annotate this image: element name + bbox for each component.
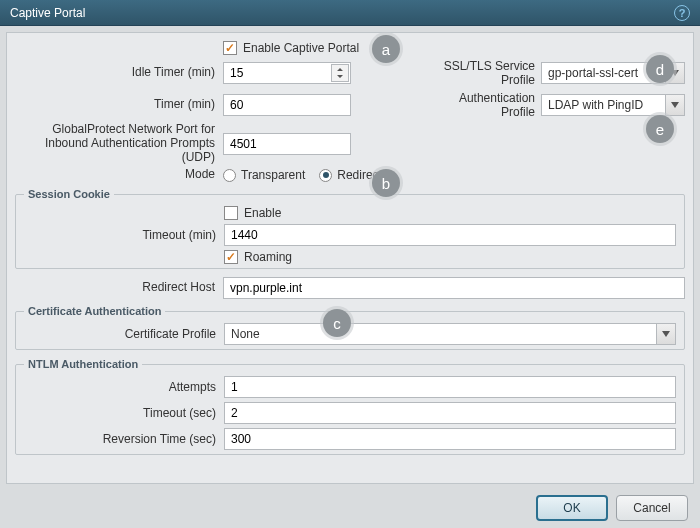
chevron-down-icon	[671, 102, 679, 108]
auth-profile-label: Authentication Profile	[431, 91, 541, 119]
mode-label: Mode	[15, 168, 223, 182]
ntlm-reversion-input[interactable]	[224, 428, 676, 450]
chevron-down-icon	[662, 331, 670, 337]
redirect-host-input[interactable]	[223, 277, 685, 299]
session-timeout-label: Timeout (min)	[24, 228, 224, 242]
titlebar: Captive Portal ?	[0, 0, 700, 26]
mode-redirect-label: Redirect	[337, 168, 382, 182]
idle-timer-field	[223, 62, 351, 84]
auth-profile-combo: LDAP with PingID	[541, 94, 685, 116]
gp-port-input[interactable]	[223, 133, 351, 155]
idle-timer-label: Idle Timer (min)	[15, 66, 223, 80]
mode-transparent-label: Transparent	[241, 168, 305, 182]
ntlm-auth-group: NTLM Authentication Attempts Timeout (se…	[15, 358, 685, 455]
cert-profile-value[interactable]: None	[224, 323, 656, 345]
ntlm-auth-legend: NTLM Authentication	[24, 358, 142, 370]
gp-port-label: GlobalProtect Network Port for Inbound A…	[15, 123, 223, 164]
roaming-checkbox[interactable]	[224, 250, 238, 264]
session-cookie-legend: Session Cookie	[24, 188, 114, 200]
ssl-profile-dropdown-button[interactable]	[665, 62, 685, 84]
idle-timer-stepper[interactable]	[331, 64, 349, 82]
session-cookie-enable-checkbox[interactable]	[224, 206, 238, 220]
ntlm-timeout-label: Timeout (sec)	[24, 406, 224, 420]
button-bar: OK Cancel	[0, 488, 700, 528]
redirect-host-label: Redirect Host	[15, 281, 223, 295]
ntlm-timeout-input[interactable]	[224, 402, 676, 424]
cert-auth-group: Certificate Authentication Certificate P…	[15, 305, 685, 350]
ntlm-attempts-label: Attempts	[24, 380, 224, 394]
ssl-profile-value[interactable]: gp-portal-ssl-cert	[541, 62, 665, 84]
help-icon[interactable]: ?	[674, 5, 690, 21]
chevron-down-icon	[671, 70, 679, 76]
stepper-icon	[335, 68, 345, 78]
settings-panel: Enable Captive Portal Idle Timer (min) S…	[6, 32, 694, 484]
mode-redirect-radio[interactable]	[319, 169, 332, 182]
session-timeout-input[interactable]	[224, 224, 676, 246]
ntlm-reversion-label: Reversion Time (sec)	[24, 432, 224, 446]
cert-profile-label: Certificate Profile	[24, 327, 224, 341]
auth-profile-value[interactable]: LDAP with PingID	[541, 94, 665, 116]
enable-captive-portal-checkbox[interactable]	[223, 41, 237, 55]
cert-profile-dropdown-button[interactable]	[656, 323, 676, 345]
session-cookie-enable-label: Enable	[244, 206, 281, 220]
ssl-profile-label: SSL/TLS Service Profile	[431, 59, 541, 87]
mode-transparent-radio[interactable]	[223, 169, 236, 182]
timer-input[interactable]	[223, 94, 351, 116]
dialog-title: Captive Portal	[10, 6, 85, 20]
ok-button[interactable]: OK	[536, 495, 608, 521]
enable-row: Enable Captive Portal	[15, 41, 685, 55]
roaming-label: Roaming	[244, 250, 292, 264]
ssl-profile-combo: gp-portal-ssl-cert	[541, 62, 685, 84]
enable-captive-portal-label: Enable Captive Portal	[243, 41, 359, 55]
ntlm-attempts-input[interactable]	[224, 376, 676, 398]
cert-profile-combo: None	[224, 323, 676, 345]
cert-auth-legend: Certificate Authentication	[24, 305, 165, 317]
auth-profile-dropdown-button[interactable]	[665, 94, 685, 116]
cancel-button[interactable]: Cancel	[616, 495, 688, 521]
timer-label: Timer (min)	[15, 98, 223, 112]
session-cookie-group: Session Cookie Enable Timeout (min) Roam…	[15, 188, 685, 269]
